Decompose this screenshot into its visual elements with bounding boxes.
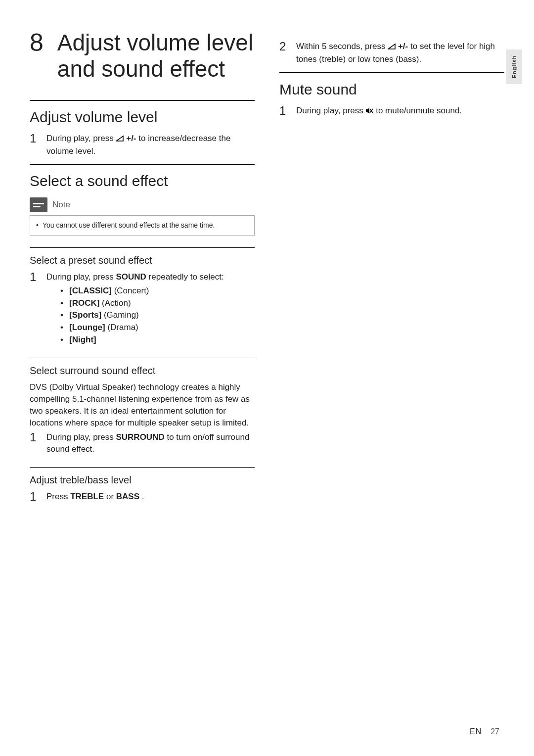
left-column: 8 Adjust volume level and sound effect A…	[30, 30, 255, 508]
subsection-treble-bass: Adjust treble/bass level	[30, 474, 255, 486]
text: .	[142, 492, 144, 501]
chapter-number: 8	[30, 30, 44, 56]
option-code: [Night]	[69, 335, 96, 344]
chapter-heading: 8 Adjust volume level and sound effect	[30, 30, 255, 82]
section-mute: Mute sound	[279, 81, 504, 98]
subsection-preset: Select a preset sound effect	[30, 255, 255, 266]
divider	[30, 358, 255, 358]
key-label: SURROUND	[116, 432, 164, 442]
option-code: [ROCK]	[69, 298, 99, 308]
manual-page: English 8 Adjust volume level and sound …	[0, 0, 534, 756]
option-code: [Sports]	[69, 310, 101, 320]
list-item: [Night]	[60, 334, 255, 346]
preset-list: [CLASSIC] (Concert) [ROCK] (Action) [Spo…	[60, 285, 255, 346]
list-item: [CLASSIC] (Concert)	[60, 285, 255, 297]
chapter-title: Adjust volume level and sound effect	[57, 30, 255, 82]
language-tab-label: English	[511, 55, 517, 79]
note-label: Note	[52, 200, 70, 210]
text: to mute/unmute sound.	[376, 106, 462, 115]
step-body: During play, press SURROUND to turn on/o…	[46, 431, 255, 455]
text: During play, press	[46, 134, 116, 143]
right-column: 2 Within 5 seconds, press +/- to set the…	[279, 30, 504, 508]
step: 1 Press TREBLE or BASS .	[30, 491, 255, 503]
footer-language: EN	[470, 727, 482, 736]
page-footer: EN 27	[470, 727, 499, 736]
step: 1 During play, press SOUND repeatedly to…	[30, 271, 255, 346]
section-adjust-volume: Adjust volume level	[30, 109, 255, 126]
key-label: BASS	[116, 492, 139, 501]
key-label: TREBLE	[70, 492, 104, 501]
volume-icon	[116, 134, 124, 145]
option-code: [CLASSIC]	[69, 286, 112, 295]
text: Press	[46, 492, 70, 501]
step: 1 During play, press SURROUND to turn on…	[30, 431, 255, 455]
divider	[279, 72, 504, 73]
note-box: Note • You cannot use different sound ef…	[30, 197, 255, 236]
surround-para: DVS (Dolby Virtual Speaker) technology c…	[30, 381, 255, 428]
note-header: Note	[30, 197, 255, 212]
subsection-surround: Select surround sound effect	[30, 365, 255, 377]
divider	[30, 467, 255, 468]
bullet-icon: •	[36, 221, 39, 230]
option-desc: (Drama)	[105, 323, 138, 332]
step: 2 Within 5 seconds, press +/- to set the…	[279, 41, 504, 65]
text: During play, press	[296, 106, 365, 115]
step-body: During play, press to mute/unmute sound.	[296, 105, 504, 118]
svg-marker-1	[388, 44, 395, 49]
step-number: 1	[30, 431, 39, 443]
text: repeatedly to select:	[149, 272, 224, 282]
text: or	[106, 492, 116, 501]
text: Within 5 seconds, press	[296, 42, 388, 51]
key-label: +/-	[126, 134, 136, 143]
svg-marker-0	[116, 136, 123, 141]
volume-icon	[388, 42, 396, 53]
language-tab: English	[506, 49, 522, 84]
divider	[30, 247, 255, 248]
option-desc: (Concert)	[112, 286, 149, 295]
step-body: Within 5 seconds, press +/- to set the l…	[296, 41, 504, 65]
step-number: 1	[279, 105, 288, 117]
footer-page-number: 27	[490, 727, 499, 736]
note-text: You cannot use different sound effects a…	[43, 221, 215, 230]
key-label: SOUND	[116, 272, 146, 282]
mute-icon	[365, 106, 373, 118]
list-item: [ROCK] (Action)	[60, 297, 255, 310]
section-select-effect: Select a sound effect	[30, 173, 255, 189]
list-item: [Lounge] (Drama)	[60, 322, 255, 334]
svg-marker-2	[366, 108, 369, 114]
step-body: Press TREBLE or BASS .	[46, 491, 255, 503]
list-item: [Sports] (Gaming)	[60, 309, 255, 322]
option-code: [Lounge]	[69, 323, 105, 332]
two-column-layout: 8 Adjust volume level and sound effect A…	[30, 30, 504, 508]
text: During play, press	[46, 432, 116, 442]
step-body: During play, press SOUND repeatedly to s…	[46, 271, 255, 346]
option-desc: (Gaming)	[101, 310, 139, 320]
step: 1 During play, press to mute/unmute soun…	[279, 105, 504, 118]
step-number: 1	[30, 491, 39, 503]
step-number: 1	[30, 271, 39, 283]
note-body: • You cannot use different sound effects…	[30, 215, 255, 236]
step: 1 During play, press +/- to increase/dec…	[30, 133, 255, 157]
divider	[30, 164, 255, 165]
key-label: +/-	[398, 42, 408, 51]
text: During play, press	[46, 272, 116, 282]
step-number: 2	[279, 41, 288, 52]
note-icon	[30, 197, 47, 212]
option-desc: (Action)	[99, 298, 131, 308]
step-number: 1	[30, 133, 39, 144]
divider	[30, 100, 255, 101]
step-body: During play, press +/- to increase/decre…	[46, 133, 255, 157]
